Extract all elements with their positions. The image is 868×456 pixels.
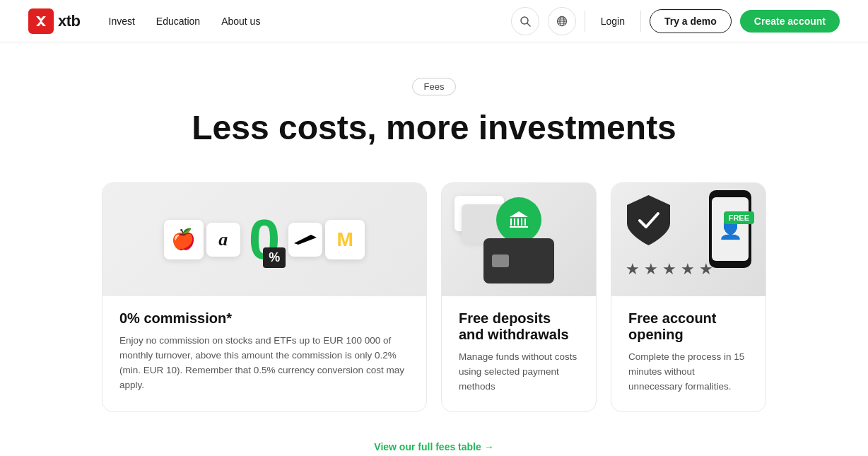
fees-table-link[interactable]: View our full fees table → (374, 441, 493, 452)
cards-row: 🍎 a 0 % (59, 182, 809, 412)
svg-rect-11 (524, 218, 526, 226)
nav-right: Login Try a demo Create account (511, 7, 840, 35)
main-content: Fees Less costs, more investments 🍎 a 0 (45, 42, 823, 456)
navbar: xtb Invest Education About us Login Try … (0, 0, 868, 42)
try-demo-button[interactable]: Try a demo (650, 9, 732, 33)
svg-rect-9 (517, 218, 519, 226)
account-card-image: 👤 FREE ★★★★★ (611, 183, 766, 296)
login-link[interactable]: Login (594, 16, 632, 27)
svg-line-1 (527, 23, 530, 26)
commission-card-image: 🍎 a 0 % (102, 183, 426, 296)
fees-link-row: View our full fees table → (59, 440, 809, 453)
shield-icon (626, 194, 671, 247)
deposits-card: Free deposits and withdrawals Manage fun… (441, 182, 597, 412)
logo-text: xtb (58, 12, 81, 30)
commission-card-desc: Enjoy no commission on stocks and ETFs u… (119, 334, 409, 393)
account-card-body: Free account opening Complete the proces… (611, 296, 766, 411)
nav-links: Invest Education About us (109, 16, 261, 27)
svg-rect-7 (510, 218, 512, 226)
bank-icon-circle (496, 197, 541, 242)
svg-rect-10 (521, 218, 522, 226)
nav-about[interactable]: About us (221, 16, 260, 27)
free-badge: FREE (724, 211, 754, 224)
language-button[interactable] (548, 7, 576, 35)
phone-screen: 👤 (712, 197, 749, 261)
deposits-card-desc: Manage funds without costs using selecte… (459, 350, 579, 394)
logo-icon (28, 8, 54, 34)
percent-badge: % (263, 247, 286, 268)
password-dots: ★★★★★ (626, 260, 717, 279)
svg-rect-8 (514, 218, 515, 226)
search-button[interactable] (511, 7, 539, 35)
amazon-icon: a (206, 223, 240, 257)
phone-mock: 👤 (709, 190, 751, 268)
nav-education[interactable]: Education (156, 16, 200, 27)
fees-badge: Fees (412, 78, 457, 95)
page-title: Less costs, more investments (59, 110, 809, 147)
svg-marker-13 (510, 211, 528, 217)
commission-card: 🍎 a 0 % (102, 182, 427, 412)
deposits-card-body: Free deposits and withdrawals Manage fun… (442, 296, 596, 411)
logo[interactable]: xtb (28, 8, 81, 34)
deposits-card-image (442, 183, 596, 296)
commission-card-body: 0% commission* Enjoy no commission on st… (102, 296, 426, 411)
account-card: 👤 FREE ★★★★★ Free account opening Comple… (611, 182, 766, 412)
create-account-button[interactable]: Create account (740, 10, 840, 33)
mcdonalds-icon: M (325, 220, 365, 259)
nike-icon (288, 223, 322, 257)
nav-invest[interactable]: Invest (109, 16, 135, 27)
search-icon (520, 16, 531, 27)
account-card-title: Free account opening (628, 310, 749, 343)
deposits-card-title: Free deposits and withdrawals (459, 310, 579, 343)
nav-divider2 (640, 11, 641, 32)
account-card-desc: Complete the process in 15 minutes witho… (628, 350, 749, 394)
apple-icon: 🍎 (164, 220, 204, 259)
commission-card-title: 0% commission* (119, 310, 409, 327)
svg-rect-12 (510, 226, 528, 228)
globe-icon (556, 16, 568, 27)
shield-container (626, 194, 671, 250)
nav-divider (585, 11, 585, 32)
credit-card (483, 238, 554, 283)
bank-icon (508, 209, 530, 231)
